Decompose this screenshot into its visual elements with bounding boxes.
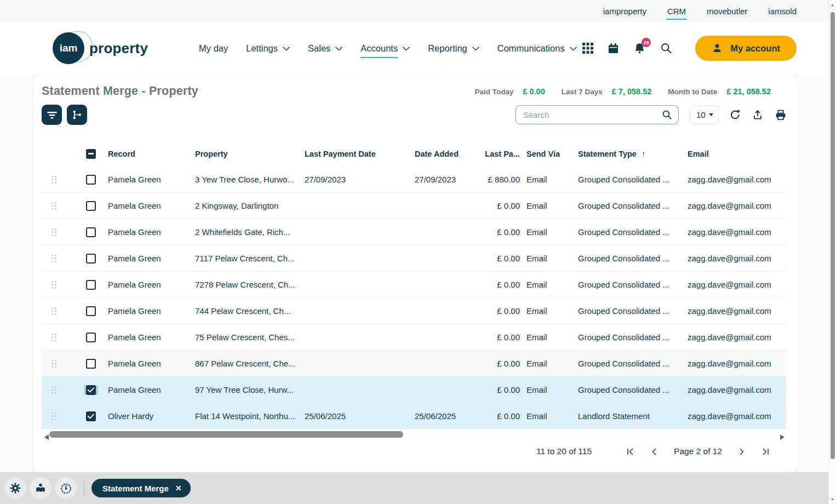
vertical-scrollbar[interactable]: ▲ ▼	[828, 0, 836, 504]
row-drag-handle[interactable]	[42, 307, 66, 315]
table-row[interactable]: Pamela Green7278 Pelaw Crescent, Ch...£ …	[42, 272, 786, 298]
scroll-left-arrow-icon[interactable]	[44, 432, 49, 442]
print-icon[interactable]	[775, 109, 787, 121]
column-header-last_payment_date[interactable]: Last Payment Date	[305, 150, 415, 158]
column-header-label: Last Payment Date	[305, 150, 376, 158]
row-checkbox-cell	[66, 411, 108, 421]
table-row[interactable]: Pamela Green2 Whitefields Gate, Rich...£…	[42, 219, 786, 245]
pagination-range: 11 to 20 of 115	[536, 446, 592, 456]
calendar-icon[interactable]	[608, 43, 619, 54]
open-tab-statement-merge[interactable]: Statement Merge ✕	[91, 479, 191, 497]
drag-dots-icon	[51, 228, 56, 236]
iamproperty-logo[interactable]: iam property	[53, 32, 148, 64]
table-row[interactable]: Pamela Green744 Pelaw Crescent, Ch...£ 0…	[42, 298, 786, 324]
search-icon[interactable]	[660, 42, 672, 54]
table-row[interactable]: Pamela Green97 Yew Tree Close, Hurw...£ …	[42, 377, 786, 403]
column-header-email[interactable]: Email	[688, 150, 786, 158]
nav-item-my-day[interactable]: My day	[199, 43, 228, 54]
table-row[interactable]: Pamela Green3 Yew Tree Close, Hurwo...27…	[42, 167, 786, 193]
refresh-icon[interactable]	[730, 110, 741, 121]
previous-page-button[interactable]	[650, 447, 659, 456]
row-checkbox[interactable]	[86, 201, 96, 211]
table-search[interactable]	[516, 105, 679, 124]
cell-email: zagg.dave@gmail.com	[688, 411, 786, 421]
export-icon[interactable]	[752, 110, 763, 121]
row-drag-handle[interactable]	[42, 281, 66, 289]
filter-button[interactable]	[42, 105, 62, 125]
row-drag-handle[interactable]	[42, 360, 66, 368]
settings-button[interactable]	[4, 477, 26, 499]
cell-property: 7117 Pelaw Crescent, Ch...	[195, 254, 305, 263]
row-drag-handle[interactable]	[42, 176, 66, 184]
row-checkbox[interactable]	[86, 254, 96, 264]
chevron-down-icon	[283, 47, 290, 51]
row-checkbox-cell	[66, 175, 108, 185]
stat-last-7-days: Last 7 Days£ 7, 058.52	[562, 87, 652, 96]
row-drag-handle[interactable]	[42, 386, 66, 394]
horizontal-scrollbar-thumb[interactable]	[49, 431, 403, 438]
row-drag-handle[interactable]	[42, 255, 66, 262]
next-page-button[interactable]	[737, 447, 746, 456]
cell-statement_type: Grouped Consolidated ...	[578, 254, 688, 263]
scroll-right-arrow-icon[interactable]	[780, 432, 785, 442]
scroll-down-arrow-icon[interactable]: ▼	[829, 497, 836, 501]
column-header-date_added[interactable]: Date Added	[415, 150, 485, 158]
first-page-button[interactable]	[626, 447, 635, 456]
nav-item-sales[interactable]: Sales	[308, 43, 342, 54]
column-header-record[interactable]: Record	[108, 150, 195, 158]
my-account-button[interactable]: My account	[695, 36, 797, 61]
page-size-select[interactable]: 10	[690, 105, 719, 124]
horizontal-scrollbar[interactable]	[42, 431, 786, 438]
topbar-link-movebutler[interactable]: movebutler	[707, 7, 747, 16]
column-header-property[interactable]: Property	[195, 150, 305, 158]
row-checkbox[interactable]	[86, 227, 96, 237]
nav-item-communications[interactable]: Communications	[497, 43, 577, 54]
cell-record: Pamela Green	[108, 306, 195, 316]
tab-close-icon[interactable]: ✕	[175, 484, 182, 492]
topbar-link-crm[interactable]: CRM	[667, 7, 686, 16]
column-header-last_paid[interactable]: Last Pa...	[485, 150, 526, 158]
row-checkbox[interactable]	[86, 280, 96, 290]
row-checkbox[interactable]	[86, 175, 96, 185]
row-checkbox[interactable]	[86, 333, 96, 342]
cell-statement_type: Grouped Consolidated ...	[578, 175, 688, 184]
row-checkbox[interactable]	[86, 306, 96, 316]
row-drag-handle[interactable]	[42, 228, 66, 236]
table-row[interactable]: Pamela Green7117 Pelaw Crescent, Ch...£ …	[42, 245, 786, 272]
last-page-button[interactable]	[761, 447, 770, 456]
column-header-send_via[interactable]: Send Via	[526, 150, 578, 158]
row-drag-handle[interactable]	[42, 202, 66, 210]
cell-date_added: 25/06/2025	[415, 411, 485, 421]
scroll-up-arrow-icon[interactable]: ▲	[829, 3, 836, 7]
row-drag-handle[interactable]	[42, 413, 66, 420]
dashboard-gauge-button[interactable]	[55, 477, 77, 499]
nav-item-lettings[interactable]: Lettings	[246, 43, 290, 54]
row-drag-handle[interactable]	[42, 334, 66, 341]
row-checkbox[interactable]	[86, 385, 96, 395]
row-checkbox[interactable]	[86, 359, 96, 369]
row-checkbox[interactable]	[86, 411, 96, 421]
apps-grid-icon[interactable]	[582, 43, 593, 54]
cell-send_via: Email	[526, 385, 578, 394]
cell-send_via: Email	[526, 306, 578, 316]
merge-button[interactable]	[67, 105, 87, 125]
drag-dots-icon	[51, 334, 56, 341]
cell-last_paid: £ 0.00	[485, 201, 526, 210]
table-row[interactable]: Pamela Green867 Pelaw Crescent, Che...£ …	[42, 351, 786, 377]
search-input[interactable]	[523, 110, 662, 119]
bell-icon[interactable]: 28	[633, 42, 646, 55]
table-row[interactable]: Pamela Green2 Kingsway, Darlington£ 0.00…	[42, 193, 786, 219]
nav-item-accounts[interactable]: Accounts	[360, 43, 410, 54]
select-all-checkbox[interactable]	[86, 149, 96, 159]
topbar-link-iamsold[interactable]: iamsold	[768, 7, 797, 16]
topbar-link-iamproperty[interactable]: iamproperty	[603, 7, 646, 16]
nav-item-reporting[interactable]: Reporting	[428, 43, 479, 54]
table-row[interactable]: Oliver HardyFlat 14 Westpoint, Northu...…	[42, 403, 786, 429]
statement-table: RecordPropertyLast Payment DateDate Adde…	[42, 141, 786, 429]
row-checkbox-cell	[66, 306, 108, 316]
vertical-scrollbar-thumb[interactable]	[831, 12, 835, 459]
column-header-statement_type[interactable]: Statement Type↑	[578, 149, 688, 158]
search-input-icon[interactable]	[662, 110, 672, 120]
table-row[interactable]: Pamela Green75 Pelaw Crescent, Ches...£ …	[42, 324, 786, 351]
knowledge-base-button[interactable]	[30, 477, 51, 499]
